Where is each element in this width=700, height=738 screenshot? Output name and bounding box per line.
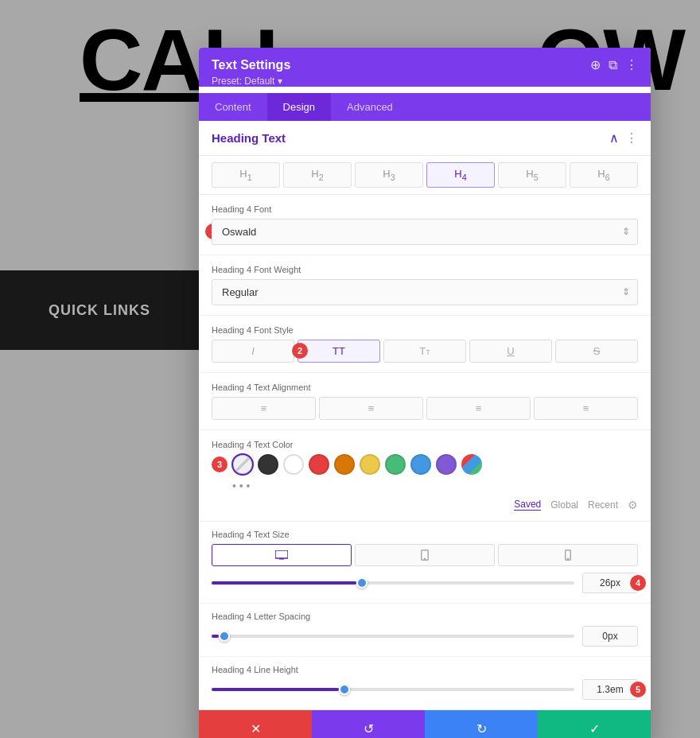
panel-tabs: Content Design Advanced: [199, 93, 651, 121]
save-button[interactable]: ✓: [538, 710, 651, 738]
letter-spacing-section: Heading 4 Letter Spacing: [199, 604, 651, 657]
style-buttons: I TT 2 TT U S: [212, 340, 638, 363]
device-tab-mobile[interactable]: [498, 544, 638, 566]
h-tab-4[interactable]: H4: [426, 162, 495, 188]
color-tabs-row: Saved Global Recent ⚙: [212, 499, 638, 511]
cancel-button[interactable]: ✕: [199, 710, 312, 738]
style-btn-smallcaps[interactable]: TT: [383, 340, 466, 363]
badge-3: 3: [212, 456, 228, 472]
weight-select[interactable]: Regular: [212, 279, 638, 305]
heading-tabs: H1 H2 H3 H4 H5 H6: [199, 156, 651, 195]
tab-content[interactable]: Content: [199, 93, 267, 121]
h-tab-2[interactable]: H2: [283, 162, 352, 188]
alignment-buttons: ≡ ≡ ≡ ≡: [212, 397, 638, 420]
h-tab-1[interactable]: H1: [212, 162, 280, 188]
swatch-custom[interactable]: [461, 454, 482, 475]
letter-spacing-slider-track[interactable]: [212, 635, 574, 638]
swatch-blue[interactable]: [410, 454, 431, 475]
color-field-section: Heading 4 Text Color 3 • • •: [199, 430, 651, 522]
color-tab-global[interactable]: Global: [550, 499, 578, 511]
style-btn-tt[interactable]: TT 2: [298, 340, 380, 363]
style-btn-underline[interactable]: U: [469, 340, 552, 363]
badge-5: 5: [630, 682, 646, 697]
color-tab-saved[interactable]: Saved: [514, 499, 541, 511]
size-section: Heading 4 Text Size 4: [199, 522, 651, 604]
device-tab-tablet[interactable]: [355, 544, 495, 566]
swatch-red[interactable]: [309, 454, 329, 475]
settings-panel: Text Settings ⊕ ⧉ ⋮ Preset: Default ▾ Co…: [199, 48, 651, 738]
panel-header-icons: ⊕ ⧉ ⋮: [590, 57, 638, 72]
tab-advanced[interactable]: Advanced: [331, 93, 409, 121]
size-value-box: 4: [582, 573, 638, 593]
alignment-label: Heading 4 Text Alignment: [212, 383, 638, 392]
size-label: Heading 4 Text Size: [212, 530, 638, 539]
h-tab-5[interactable]: H5: [498, 162, 566, 188]
weight-label: Heading 4 Font Weight: [212, 265, 638, 274]
letter-spacing-value-box: [582, 626, 638, 647]
font-select-wrapper: Oswald ⇕: [212, 219, 638, 245]
line-height-fill: [212, 688, 339, 691]
redo-button[interactable]: ↻: [425, 710, 538, 738]
style-btn-italic[interactable]: I: [212, 340, 294, 363]
collapse-icon[interactable]: ∧: [609, 130, 619, 146]
letter-spacing-value-input[interactable]: [582, 626, 638, 647]
swatch-green[interactable]: [385, 454, 406, 475]
letter-spacing-thumb[interactable]: [219, 631, 230, 642]
section-title: Heading Text: [212, 131, 286, 145]
swatch-orange[interactable]: [334, 454, 355, 475]
panel-body: Heading Text ∧ ⋮ H1 H2 H3 H4 H5 H6 Headi…: [199, 121, 651, 710]
font-label: Heading 4 Font: [212, 204, 638, 214]
size-slider-thumb[interactable]: [356, 577, 368, 588]
swatch-purple[interactable]: [436, 454, 457, 475]
weight-field-section: Heading 4 Font Weight Regular ⇕: [199, 255, 651, 316]
swatch-white[interactable]: [283, 454, 304, 475]
svg-rect-0: [275, 550, 288, 558]
letter-spacing-slider-row: [212, 626, 638, 647]
section-header: Heading Text ∧ ⋮: [199, 121, 651, 156]
tab-design[interactable]: Design: [267, 93, 331, 121]
style-label: Heading 4 Font Style: [212, 325, 638, 335]
font-select[interactable]: Oswald: [212, 219, 638, 245]
align-justify-btn[interactable]: ≡: [534, 397, 638, 420]
more-icon[interactable]: ⋮: [625, 57, 638, 72]
line-height-slider-track[interactable]: [212, 688, 574, 691]
color-tab-recent[interactable]: Recent: [588, 499, 618, 511]
style-field-section: Heading 4 Font Style I TT 2 TT U S: [199, 316, 651, 373]
line-height-thumb[interactable]: [339, 684, 350, 695]
weight-select-wrapper: Regular ⇕: [212, 279, 638, 305]
h-tab-3[interactable]: H3: [355, 162, 423, 188]
swatch-yellow[interactable]: [360, 454, 380, 475]
letter-spacing-label: Heading 4 Letter Spacing: [212, 612, 638, 621]
focus-icon[interactable]: ⊕: [590, 57, 601, 72]
align-center-btn[interactable]: ≡: [319, 397, 423, 420]
device-tab-desktop[interactable]: [212, 544, 352, 566]
size-slider-row: 4: [212, 573, 638, 593]
panel-footer: ✕ ↺ ↻ ✓: [199, 710, 651, 738]
badge-2: 2: [292, 343, 308, 359]
letter-spacing-fill: [212, 635, 219, 638]
section-more-icon[interactable]: ⋮: [625, 130, 638, 146]
style-btn-strikethrough[interactable]: S: [555, 340, 638, 363]
color-swatches: [232, 454, 482, 475]
swatch-dark[interactable]: [258, 454, 278, 475]
line-height-label: Heading 4 Line Height: [212, 665, 638, 674]
svg-point-5: [567, 558, 568, 559]
font-field-section: Heading 4 Font 1 Oswald ⇕: [199, 195, 651, 255]
h-tab-6[interactable]: H6: [570, 162, 638, 188]
line-height-section: Heading 4 Line Height 5: [199, 657, 651, 710]
color-label: Heading 4 Text Color: [212, 440, 638, 449]
alignment-field-section: Heading 4 Text Alignment ≡ ≡ ≡ ≡: [199, 373, 651, 430]
panel-preset[interactable]: Preset: Default ▾: [212, 76, 638, 87]
size-slider-fill: [212, 581, 356, 585]
badge-4: 4: [630, 575, 646, 591]
swatch-transparent[interactable]: [232, 454, 253, 475]
undo-button[interactable]: ↺: [312, 710, 425, 738]
more-swatches: • • •: [212, 480, 638, 492]
font-field-wrapper: 1 Oswald ⇕: [212, 219, 638, 245]
size-slider-track[interactable]: [212, 581, 574, 585]
line-height-value-box: 5: [582, 679, 638, 700]
color-settings-icon[interactable]: ⚙: [628, 499, 638, 511]
layout-icon[interactable]: ⧉: [609, 58, 617, 72]
align-left-btn[interactable]: ≡: [212, 397, 316, 420]
align-right-btn[interactable]: ≡: [426, 397, 531, 420]
